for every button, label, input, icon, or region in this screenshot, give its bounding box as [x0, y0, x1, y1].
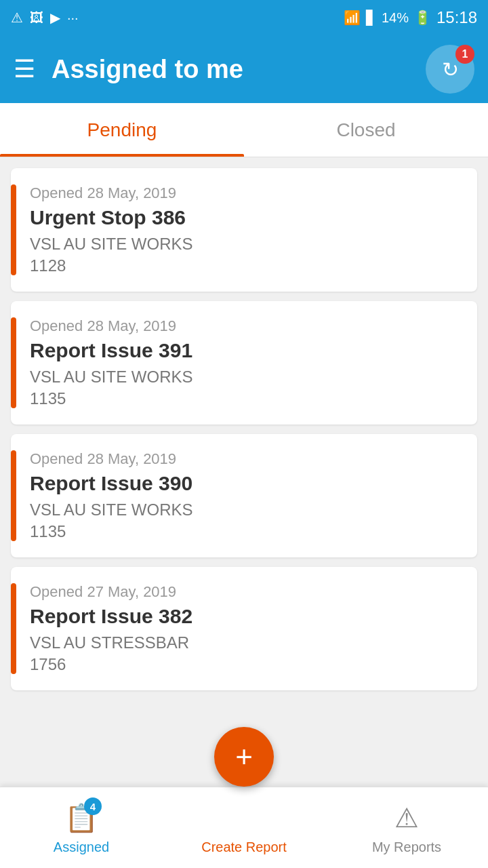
tab-closed[interactable]: Closed — [244, 103, 488, 157]
status-bar: ⚠ 🖼 ▶ ··· 📶 ▋ 14% 🔋 15:18 — [0, 0, 488, 35]
card-body-2: Opened 28 May, 2019 Report Issue 391 VSL… — [30, 317, 461, 408]
bottom-navigation: 📋 4 Assigned Create Report ⚠ My Reports — [0, 787, 488, 868]
dots-icon: ··· — [67, 10, 79, 26]
card-accent-4 — [11, 583, 16, 674]
nav-myreports[interactable]: ⚠ My Reports — [325, 800, 488, 855]
menu-button[interactable]: ☰ — [14, 57, 35, 81]
card-number-2: 1135 — [30, 389, 461, 408]
app-bar: ☰ Assigned to me 1 ↻ — [0, 35, 488, 103]
card-number-4: 1756 — [30, 655, 461, 674]
tab-closed-label: Closed — [336, 119, 395, 141]
card-body-1: Opened 28 May, 2019 Urgent Stop 386 VSL … — [30, 184, 461, 275]
card-site-3: VSL AU SITE WORKS — [30, 500, 461, 519]
create-report-fab[interactable]: + — [214, 727, 274, 787]
card-number-1: 1128 — [30, 256, 461, 275]
page-title: Assigned to me — [52, 55, 426, 84]
notification-badge: 1 — [455, 45, 474, 64]
card-accent-2 — [11, 317, 16, 408]
card-date-2: Opened 28 May, 2019 — [30, 317, 461, 335]
card-date-1: Opened 28 May, 2019 — [30, 184, 461, 202]
plus-icon: + — [235, 742, 253, 772]
nav-create-label: Create Report — [201, 840, 287, 855]
card-site-2: VSL AU SITE WORKS — [30, 368, 461, 387]
battery-icon: 🔋 — [414, 9, 431, 26]
nav-assigned[interactable]: 📋 4 Assigned — [0, 800, 163, 855]
report-card-4[interactable]: Opened 27 May, 2019 Report Issue 382 VSL… — [11, 567, 477, 690]
report-card-1[interactable]: Opened 28 May, 2019 Urgent Stop 386 VSL … — [11, 168, 477, 292]
myreports-icon-wrap: ⚠ — [389, 800, 424, 835]
report-card-2[interactable]: Opened 28 May, 2019 Report Issue 391 VSL… — [11, 301, 477, 425]
card-body-4: Opened 27 May, 2019 Report Issue 382 VSL… — [30, 583, 461, 674]
card-date-3: Opened 28 May, 2019 — [30, 450, 461, 468]
card-accent-1 — [11, 184, 16, 275]
card-number-3: 1135 — [30, 522, 461, 541]
nav-assigned-label: Assigned — [54, 840, 109, 855]
card-accent-3 — [11, 450, 16, 541]
alert-icon: ⚠ — [11, 9, 23, 26]
reports-list: Opened 28 May, 2019 Urgent Stop 386 VSL … — [0, 157, 488, 808]
card-title-2: Report Issue 391 — [30, 339, 461, 362]
nav-create[interactable]: Create Report — [163, 800, 325, 855]
assigned-badge: 4 — [84, 797, 102, 815]
card-date-4: Opened 27 May, 2019 — [30, 583, 461, 601]
wifi-icon: 📶 — [344, 9, 361, 26]
card-site-4: VSL AU STRESSBAR — [30, 633, 461, 652]
status-icons-right: 📶 ▋ 14% 🔋 15:18 — [344, 8, 477, 27]
tab-pending[interactable]: Pending — [0, 103, 244, 157]
myreports-icon: ⚠ — [394, 802, 419, 833]
image-icon: 🖼 — [30, 10, 43, 26]
nav-myreports-label: My Reports — [372, 840, 441, 855]
assigned-icon-wrap: 📋 4 — [64, 800, 99, 835]
card-title-4: Report Issue 382 — [30, 605, 461, 628]
card-title-1: Urgent Stop 386 — [30, 206, 461, 229]
signal-icon: ▋ — [366, 9, 376, 26]
refresh-icon: ↻ — [442, 58, 459, 81]
status-icons-left: ⚠ 🖼 ▶ ··· — [11, 9, 79, 26]
clock: 15:18 — [436, 8, 477, 27]
tab-pending-label: Pending — [87, 119, 157, 141]
notification-button[interactable]: 1 ↻ — [426, 45, 474, 94]
report-card-3[interactable]: Opened 28 May, 2019 Report Issue 390 VSL… — [11, 434, 477, 557]
tabs-bar: Pending Closed — [0, 103, 488, 157]
card-body-3: Opened 28 May, 2019 Report Issue 390 VSL… — [30, 450, 461, 541]
battery-level: 14% — [382, 10, 409, 26]
card-site-1: VSL AU SITE WORKS — [30, 235, 461, 254]
youtube-icon: ▶ — [50, 9, 60, 26]
create-icon-wrap — [226, 800, 262, 835]
card-title-3: Report Issue 390 — [30, 472, 461, 495]
